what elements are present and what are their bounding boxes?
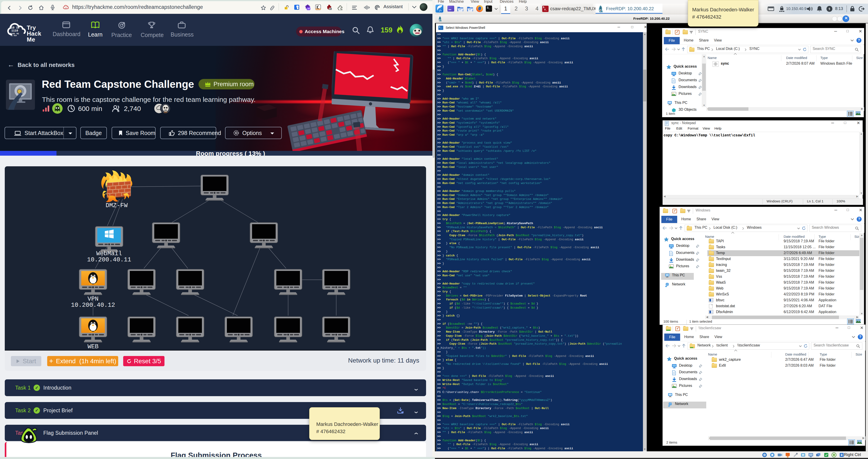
svg-text:1110: 1110 — [11, 29, 18, 32]
svg-text:DMZ-FW: DMZ-FW — [105, 202, 128, 209]
svg-text:0101 01: 0101 01 — [10, 32, 19, 35]
svg-text:0101: 0101 — [64, 8, 67, 9]
svg-text:10: 10 — [329, 8, 332, 10]
svg-text:10.200.40.11: 10.200.40.11 — [87, 256, 131, 263]
svg-text:01 010: 01 010 — [11, 35, 17, 36]
svg-text:WEB: WEB — [88, 343, 99, 350]
svg-text:10.200.40.12: 10.200.40.12 — [71, 302, 115, 309]
svg-text:29: 29 — [307, 7, 310, 10]
svg-text:WebMail: WebMail — [96, 250, 122, 257]
svg-text:VPN: VPN — [88, 296, 99, 302]
svg-text:10 10: 10 10 — [11, 26, 19, 30]
